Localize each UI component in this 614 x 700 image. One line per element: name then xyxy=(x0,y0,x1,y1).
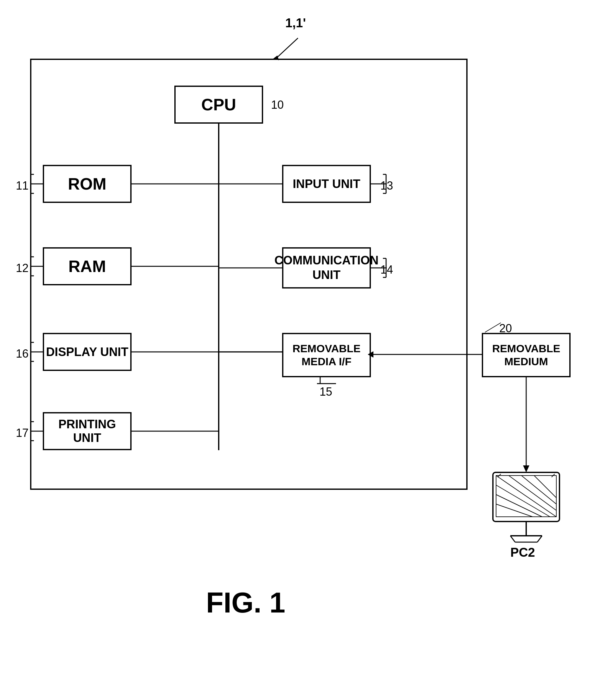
removable-if-ref-label: 15 xyxy=(319,385,332,399)
removable-medium-box: REMOVABLEMEDIUM xyxy=(482,333,571,377)
fig-label: FIG. 1 xyxy=(206,587,285,619)
pc2-label: PC2 xyxy=(510,545,535,560)
diagram-container: 1,1' CPU 10 ROM 11 RAM 12 DISPLAY UNIT 1… xyxy=(0,0,614,700)
removable-medium-ref-label: 20 xyxy=(499,322,512,335)
comm-ref-label: 14 xyxy=(380,263,393,276)
svg-rect-43 xyxy=(496,476,556,517)
printing-ref-label: 17 xyxy=(16,426,28,440)
svg-line-0 xyxy=(276,38,298,59)
removable-medium-label: REMOVABLEMEDIUM xyxy=(492,342,561,368)
display-ref-label: 16 xyxy=(16,347,28,361)
svg-line-56 xyxy=(498,474,501,477)
removable-if-label: REMOVABLEMEDIA I/F xyxy=(292,342,361,368)
rom-label: ROM xyxy=(68,174,106,193)
rom-box: ROM xyxy=(43,165,131,203)
svg-line-57 xyxy=(552,474,555,477)
svg-line-39 xyxy=(485,323,501,332)
svg-marker-41 xyxy=(523,465,529,472)
svg-line-48 xyxy=(496,485,550,517)
svg-line-54 xyxy=(537,536,542,542)
svg-line-46 xyxy=(522,476,556,504)
input-ref-label: 13 xyxy=(380,179,393,192)
rom-ref-label: 11 xyxy=(16,179,28,192)
cpu-ref-label: 10 xyxy=(271,98,284,112)
svg-line-49 xyxy=(496,495,542,517)
svg-line-47 xyxy=(534,476,556,498)
svg-rect-42 xyxy=(493,472,560,522)
input-unit-box: INPUT UNIT xyxy=(282,165,371,203)
ram-label: RAM xyxy=(68,257,106,276)
svg-line-50 xyxy=(496,504,532,517)
ram-box: RAM xyxy=(43,247,131,285)
display-unit-label: DISPLAY UNIT xyxy=(46,345,128,359)
cpu-label: CPU xyxy=(201,95,236,114)
display-unit-box: DISPLAY UNIT xyxy=(43,333,131,371)
printing-unit-label: PRINTING UNIT xyxy=(44,417,130,445)
printing-unit-box: PRINTING UNIT xyxy=(43,412,131,450)
comm-unit-box: COMMUNICATIONUNIT xyxy=(282,247,371,288)
removable-if-box: REMOVABLEMEDIA I/F xyxy=(282,333,371,377)
svg-line-44 xyxy=(496,476,556,517)
svg-line-45 xyxy=(509,476,556,510)
input-unit-label: INPUT UNIT xyxy=(292,177,360,191)
comm-unit-label: COMMUNICATIONUNIT xyxy=(275,253,379,282)
svg-line-53 xyxy=(510,536,515,542)
ram-ref-label: 12 xyxy=(16,262,28,275)
cpu-box: CPU xyxy=(174,86,263,124)
system-label: 1,1' xyxy=(285,16,306,30)
